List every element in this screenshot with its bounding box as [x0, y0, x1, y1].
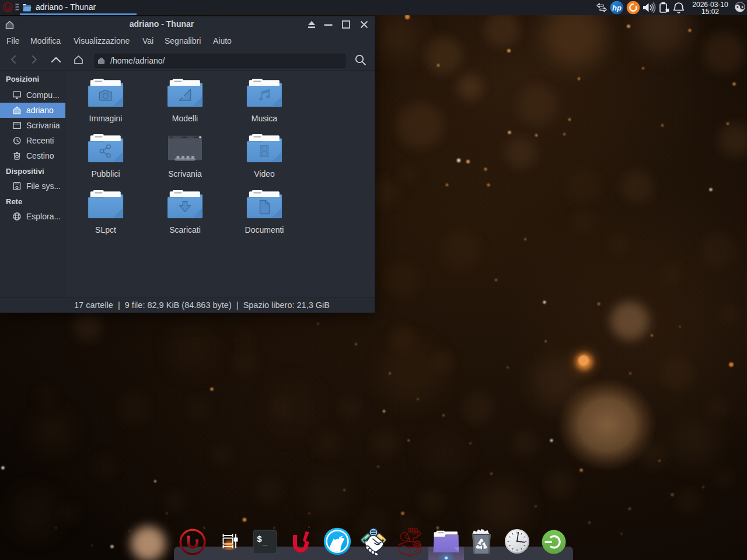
svg-text:_: _	[262, 537, 268, 547]
svg-text:$: $	[257, 535, 262, 545]
svg-text:hp: hp	[612, 4, 622, 12]
